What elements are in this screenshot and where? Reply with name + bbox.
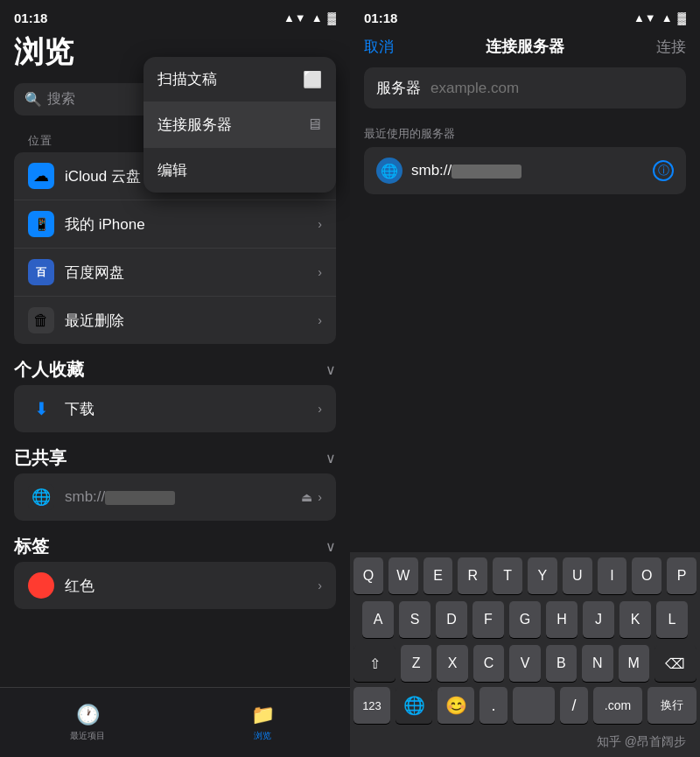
key-v[interactable]: V <box>509 645 540 682</box>
key-k[interactable]: K <box>620 601 651 638</box>
icloud-icon: ☁ <box>28 163 54 189</box>
right-time: 01:18 <box>364 11 397 25</box>
chevron-right-icon2: › <box>318 217 322 231</box>
tags-label: 标签 <box>14 535 49 558</box>
slash-key[interactable]: / <box>560 687 588 724</box>
chevron-right-icon3: › <box>318 265 322 279</box>
list-item-red-tag[interactable]: 红色 › <box>14 562 336 609</box>
globe-blue-icon: 🌐 <box>376 158 402 184</box>
connect-title: 连接服务器 <box>486 36 564 57</box>
shared-section: 已共享 ∨ 🌐 smb:// ⏏ › <box>14 439 336 521</box>
key-y[interactable]: Y <box>528 557 557 594</box>
battery-icon: ▓ <box>328 11 336 25</box>
num-key[interactable]: 123 <box>354 687 390 724</box>
red-tag-label: 红色 <box>65 576 318 596</box>
favorites-section: 个人收藏 ∨ ⬇ 下载 › <box>14 351 336 432</box>
right-wifi-icon: ▲ <box>662 11 673 25</box>
list-item-download[interactable]: ⬇ 下载 › <box>14 385 336 432</box>
key-w[interactable]: W <box>388 557 418 594</box>
info-button[interactable]: ⓘ <box>653 160 674 181</box>
favorites-label: 个人收藏 <box>14 358 84 382</box>
key-b[interactable]: B <box>546 645 577 682</box>
key-q[interactable]: Q <box>354 557 383 594</box>
key-f[interactable]: F <box>472 601 504 638</box>
key-o[interactable]: O <box>632 557 662 594</box>
left-status-bar: 01:18 ▲▼ ▲ ▓ <box>0 0 350 29</box>
key-r[interactable]: R <box>458 557 487 594</box>
search-placeholder: 搜索 <box>47 90 75 109</box>
shared-header[interactable]: 已共享 ∨ <box>14 439 336 473</box>
chevron-down-icon: ∨ <box>326 361 336 378</box>
right-panel: 01:18 ▲▼ ▲ ▓ 取消 连接服务器 连接 服务器 最近使用的服务器 🌐 … <box>350 0 700 757</box>
scan-label: 扫描文稿 <box>158 69 217 89</box>
chevron-right-icon4: › <box>318 313 322 327</box>
right-status-icons: ▲▼ ▲ ▓ <box>634 11 686 25</box>
right-status-bar: 01:18 ▲▼ ▲ ▓ <box>350 0 700 29</box>
key-z[interactable]: Z <box>401 645 431 682</box>
chevron-right-icon5: › <box>318 402 322 416</box>
dropdown-connect[interactable]: 连接服务器 🖥 <box>144 102 336 148</box>
return-key[interactable]: 换行 <box>648 687 696 724</box>
trash-label: 最近删除 <box>65 311 318 331</box>
key-i[interactable]: I <box>598 557 627 594</box>
tags-section: 标签 ∨ 红色 › <box>14 528 336 609</box>
server-input-row: 服务器 <box>364 67 686 109</box>
nav-browse[interactable]: 📁 浏览 <box>175 704 350 742</box>
recent-label: 最近项目 <box>70 730 105 742</box>
connect-label: 连接服务器 <box>158 115 232 135</box>
server-label: 服务器 <box>376 78 422 98</box>
key-d[interactable]: D <box>436 601 467 638</box>
key-x[interactable]: X <box>437 645 467 682</box>
keyboard-area: Q W E R T Y U I O P A S D F G H J K L ⇧ … <box>350 552 700 757</box>
key-s[interactable]: S <box>399 601 430 638</box>
trash-icon: 🗑 <box>28 307 54 333</box>
key-l[interactable]: L <box>656 601 688 638</box>
favorites-header[interactable]: 个人收藏 ∨ <box>14 351 336 385</box>
key-p[interactable]: P <box>667 557 696 594</box>
key-m[interactable]: M <box>619 645 649 682</box>
keyboard-row-4: 123 🌐 😊 . / .com 换行 <box>350 683 700 731</box>
wifi-icon: ▲ <box>312 11 323 25</box>
nav-recent[interactable]: 🕐 最近项目 <box>0 704 175 742</box>
key-g[interactable]: G <box>509 601 541 638</box>
key-e[interactable]: E <box>424 557 453 594</box>
list-item-iphone[interactable]: 📱 我的 iPhone › <box>14 200 336 249</box>
scan-icon: ⬜ <box>303 70 322 89</box>
key-u[interactable]: U <box>563 557 592 594</box>
eject-icon: ⏏ <box>301 490 312 504</box>
list-item-shared-smb[interactable]: 🌐 smb:// ⏏ › <box>14 473 336 521</box>
keyboard-row-1: Q W E R T Y U I O P <box>350 552 700 596</box>
globe-key[interactable]: 🌐 <box>396 687 432 724</box>
cancel-button[interactable]: 取消 <box>364 37 394 57</box>
watermark: 知乎 @昂首阔步 <box>350 731 700 757</box>
left-status-icons: ▲▼ ▲ ▓ <box>284 11 336 25</box>
key-h[interactable]: H <box>546 601 578 638</box>
list-item-trash[interactable]: 🗑 最近删除 › <box>14 297 336 344</box>
emoji-key[interactable]: 😊 <box>438 687 474 724</box>
server-input[interactable] <box>430 80 674 97</box>
key-n[interactable]: N <box>582 645 612 682</box>
key-a[interactable]: A <box>362 601 394 638</box>
dropdown-scan[interactable]: 扫描文稿 ⬜ <box>144 57 336 102</box>
shift-key[interactable]: ⇧ <box>354 645 396 682</box>
connect-button[interactable]: 连接 <box>656 37 686 57</box>
list-item-baidu[interactable]: 百 百度网盘 › <box>14 249 336 297</box>
key-c[interactable]: C <box>473 645 504 682</box>
dot-key[interactable]: . <box>480 687 508 724</box>
space-key[interactable] <box>513 687 555 724</box>
recent-section: 最近使用的服务器 🌐 smb:// ⓘ <box>350 123 700 201</box>
keyboard-row-2: A S D F G H J K L <box>350 596 700 640</box>
key-t[interactable]: T <box>493 557 522 594</box>
red-tag-icon <box>28 572 54 599</box>
delete-key[interactable]: ⌫ <box>654 645 696 682</box>
iphone-label: 我的 iPhone <box>65 214 318 235</box>
browse-icon: 📁 <box>251 704 275 726</box>
recent-server-item[interactable]: 🌐 smb:// ⓘ <box>364 147 686 194</box>
baidu-label: 百度网盘 <box>65 263 318 283</box>
recent-servers-label: 最近使用的服务器 <box>364 126 686 142</box>
iphone-icon: 📱 <box>28 211 54 237</box>
dotcom-key[interactable]: .com <box>593 687 642 724</box>
key-j[interactable]: J <box>583 601 614 638</box>
dropdown-edit[interactable]: 编辑 <box>144 148 336 193</box>
tags-header[interactable]: 标签 ∨ <box>14 528 336 562</box>
